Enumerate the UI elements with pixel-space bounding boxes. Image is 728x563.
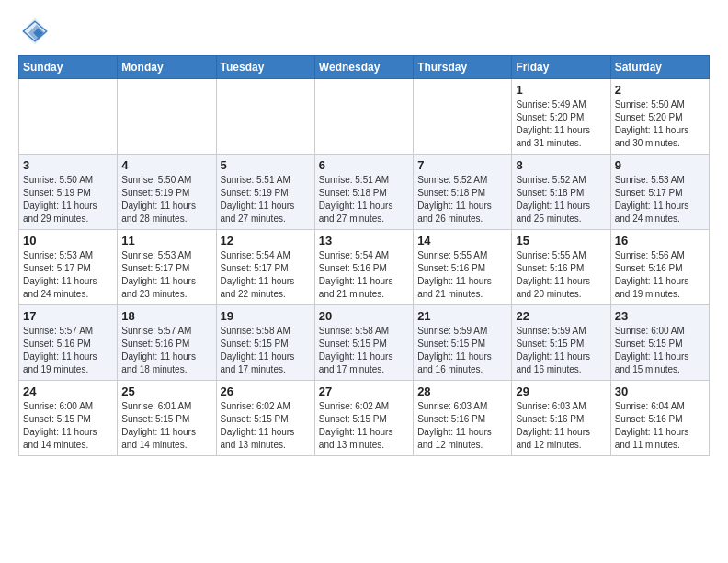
- calendar-cell: [414, 79, 512, 155]
- day-number: 9: [615, 158, 705, 172]
- week-row-4: 17Sunrise: 5:57 AM Sunset: 5:16 PM Dayli…: [19, 305, 710, 381]
- day-number: 30: [615, 385, 705, 398]
- day-number: 10: [23, 234, 113, 247]
- day-info: Sunrise: 6:04 AM Sunset: 5:16 PM Dayligh…: [615, 400, 705, 452]
- logo: [18, 15, 55, 48]
- day-info: Sunrise: 5:50 AM Sunset: 5:19 PM Dayligh…: [23, 174, 113, 225]
- calendar-cell: 4Sunrise: 5:50 AM Sunset: 5:19 PM Daylig…: [118, 155, 216, 230]
- calendar-cell: 7Sunrise: 5:52 AM Sunset: 5:18 PM Daylig…: [414, 155, 512, 230]
- day-number: 16: [615, 234, 705, 247]
- calendar-cell: [216, 79, 314, 155]
- day-number: 24: [23, 385, 113, 398]
- day-number: 3: [23, 158, 113, 172]
- day-number: 28: [417, 385, 507, 398]
- calendar-cell: 27Sunrise: 6:02 AM Sunset: 5:15 PM Dayli…: [314, 381, 413, 456]
- day-number: 11: [121, 234, 211, 247]
- day-number: 15: [516, 234, 606, 247]
- weekday-sunday: Sunday: [19, 56, 118, 79]
- day-number: 17: [23, 309, 113, 323]
- day-info: Sunrise: 6:01 AM Sunset: 5:15 PM Dayligh…: [121, 400, 211, 452]
- calendar-cell: 11Sunrise: 5:53 AM Sunset: 5:17 PM Dayli…: [118, 230, 216, 305]
- day-number: 8: [516, 158, 606, 172]
- day-number: 7: [417, 158, 507, 172]
- calendar-cell: 3Sunrise: 5:50 AM Sunset: 5:19 PM Daylig…: [19, 155, 118, 230]
- calendar-cell: 19Sunrise: 5:58 AM Sunset: 5:15 PM Dayli…: [216, 305, 314, 381]
- calendar-cell: 24Sunrise: 6:00 AM Sunset: 5:15 PM Dayli…: [19, 381, 118, 456]
- calendar-cell: 18Sunrise: 5:57 AM Sunset: 5:16 PM Dayli…: [118, 305, 216, 381]
- day-number: 23: [615, 309, 705, 323]
- day-info: Sunrise: 5:51 AM Sunset: 5:19 PM Dayligh…: [221, 174, 311, 225]
- calendar-cell: 23Sunrise: 6:00 AM Sunset: 5:15 PM Dayli…: [610, 305, 709, 381]
- day-number: 19: [221, 309, 311, 323]
- day-info: Sunrise: 5:59 AM Sunset: 5:15 PM Dayligh…: [516, 325, 606, 376]
- day-number: 4: [121, 158, 211, 172]
- day-info: Sunrise: 6:03 AM Sunset: 5:16 PM Dayligh…: [417, 400, 507, 452]
- weekday-saturday: Saturday: [610, 56, 709, 79]
- calendar-cell: 29Sunrise: 6:03 AM Sunset: 5:16 PM Dayli…: [512, 381, 610, 456]
- day-info: Sunrise: 5:53 AM Sunset: 5:17 PM Dayligh…: [121, 249, 211, 301]
- calendar-cell: 28Sunrise: 6:03 AM Sunset: 5:16 PM Dayli…: [414, 381, 512, 456]
- calendar-cell: 9Sunrise: 5:53 AM Sunset: 5:17 PM Daylig…: [610, 155, 709, 230]
- day-number: 13: [319, 234, 409, 247]
- day-info: Sunrise: 5:55 AM Sunset: 5:16 PM Dayligh…: [417, 249, 507, 301]
- calendar-cell: 13Sunrise: 5:54 AM Sunset: 5:16 PM Dayli…: [314, 230, 413, 305]
- calendar-cell: 2Sunrise: 5:50 AM Sunset: 5:20 PM Daylig…: [610, 79, 709, 155]
- day-info: Sunrise: 5:54 AM Sunset: 5:17 PM Dayligh…: [221, 249, 311, 301]
- day-number: 14: [417, 234, 507, 247]
- calendar-cell: 14Sunrise: 5:55 AM Sunset: 5:16 PM Dayli…: [414, 230, 512, 305]
- weekday-monday: Monday: [118, 56, 216, 79]
- day-number: 21: [417, 309, 507, 323]
- calendar-cell: 5Sunrise: 5:51 AM Sunset: 5:19 PM Daylig…: [216, 155, 314, 230]
- day-number: 1: [516, 83, 606, 97]
- day-info: Sunrise: 5:57 AM Sunset: 5:16 PM Dayligh…: [23, 325, 113, 376]
- day-info: Sunrise: 6:00 AM Sunset: 5:15 PM Dayligh…: [615, 325, 705, 376]
- day-info: Sunrise: 5:51 AM Sunset: 5:18 PM Dayligh…: [319, 174, 409, 225]
- calendar-cell: 10Sunrise: 5:53 AM Sunset: 5:17 PM Dayli…: [19, 230, 118, 305]
- calendar-cell: 16Sunrise: 5:56 AM Sunset: 5:16 PM Dayli…: [610, 230, 709, 305]
- day-info: Sunrise: 5:52 AM Sunset: 5:18 PM Dayligh…: [516, 174, 606, 225]
- day-info: Sunrise: 5:53 AM Sunset: 5:17 PM Dayligh…: [615, 174, 705, 225]
- day-number: 26: [221, 385, 311, 398]
- day-info: Sunrise: 5:50 AM Sunset: 5:19 PM Dayligh…: [121, 174, 211, 225]
- week-row-3: 10Sunrise: 5:53 AM Sunset: 5:17 PM Dayli…: [19, 230, 710, 305]
- calendar-cell: 30Sunrise: 6:04 AM Sunset: 5:16 PM Dayli…: [610, 381, 709, 456]
- day-info: Sunrise: 5:52 AM Sunset: 5:18 PM Dayligh…: [417, 174, 507, 225]
- day-info: Sunrise: 5:59 AM Sunset: 5:15 PM Dayligh…: [417, 325, 507, 376]
- day-info: Sunrise: 5:50 AM Sunset: 5:20 PM Dayligh…: [615, 98, 705, 150]
- day-number: 12: [221, 234, 311, 247]
- day-info: Sunrise: 5:54 AM Sunset: 5:16 PM Dayligh…: [319, 249, 409, 301]
- calendar-cell: 6Sunrise: 5:51 AM Sunset: 5:18 PM Daylig…: [314, 155, 413, 230]
- weekday-friday: Friday: [512, 56, 610, 79]
- day-info: Sunrise: 5:53 AM Sunset: 5:17 PM Dayligh…: [23, 249, 113, 301]
- day-info: Sunrise: 5:56 AM Sunset: 5:16 PM Dayligh…: [615, 249, 705, 301]
- day-number: 18: [121, 309, 211, 323]
- week-row-2: 3Sunrise: 5:50 AM Sunset: 5:19 PM Daylig…: [19, 155, 710, 230]
- calendar-cell: 1Sunrise: 5:49 AM Sunset: 5:20 PM Daylig…: [512, 79, 610, 155]
- day-info: Sunrise: 6:03 AM Sunset: 5:16 PM Dayligh…: [516, 400, 606, 452]
- day-number: 6: [319, 158, 409, 172]
- calendar-cell: 17Sunrise: 5:57 AM Sunset: 5:16 PM Dayli…: [19, 305, 118, 381]
- logo-icon: [18, 15, 51, 48]
- calendar-cell: 22Sunrise: 5:59 AM Sunset: 5:15 PM Dayli…: [512, 305, 610, 381]
- page-header: [18, 15, 710, 48]
- day-number: 5: [221, 158, 311, 172]
- day-number: 25: [121, 385, 211, 398]
- weekday-wednesday: Wednesday: [314, 56, 413, 79]
- day-info: Sunrise: 5:49 AM Sunset: 5:20 PM Dayligh…: [516, 98, 606, 150]
- calendar-cell: 20Sunrise: 5:58 AM Sunset: 5:15 PM Dayli…: [314, 305, 413, 381]
- calendar: SundayMondayTuesdayWednesdayThursdayFrid…: [18, 55, 710, 456]
- calendar-cell: 26Sunrise: 6:02 AM Sunset: 5:15 PM Dayli…: [216, 381, 314, 456]
- calendar-cell: [118, 79, 216, 155]
- day-info: Sunrise: 5:55 AM Sunset: 5:16 PM Dayligh…: [516, 249, 606, 301]
- week-row-5: 24Sunrise: 6:00 AM Sunset: 5:15 PM Dayli…: [19, 381, 710, 456]
- day-info: Sunrise: 5:57 AM Sunset: 5:16 PM Dayligh…: [121, 325, 211, 376]
- calendar-cell: 21Sunrise: 5:59 AM Sunset: 5:15 PM Dayli…: [414, 305, 512, 381]
- day-info: Sunrise: 5:58 AM Sunset: 5:15 PM Dayligh…: [319, 325, 409, 376]
- day-info: Sunrise: 6:02 AM Sunset: 5:15 PM Dayligh…: [319, 400, 409, 452]
- calendar-cell: 12Sunrise: 5:54 AM Sunset: 5:17 PM Dayli…: [216, 230, 314, 305]
- day-number: 22: [516, 309, 606, 323]
- day-info: Sunrise: 5:58 AM Sunset: 5:15 PM Dayligh…: [221, 325, 311, 376]
- day-number: 29: [516, 385, 606, 398]
- day-info: Sunrise: 6:00 AM Sunset: 5:15 PM Dayligh…: [23, 400, 113, 452]
- day-number: 20: [319, 309, 409, 323]
